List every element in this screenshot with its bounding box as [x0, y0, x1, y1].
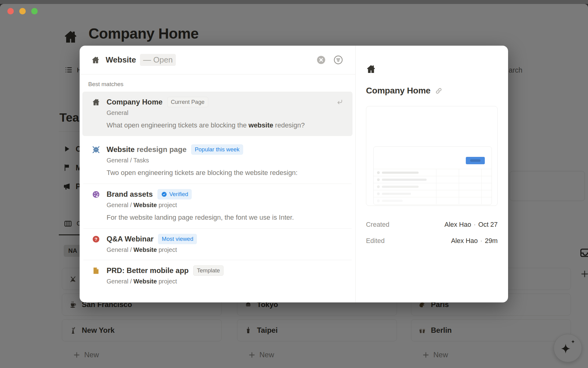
result-badge-most-viewed: Most viewed	[158, 234, 197, 244]
search-result-website-redesign-page[interactable]: Website redesign pagePopular this weekGe…	[82, 139, 352, 184]
result-path: General / Website project	[107, 277, 343, 286]
page-thumbnail	[373, 146, 492, 205]
traffic-lights	[7, 8, 38, 14]
question-icon: ?	[92, 235, 100, 243]
result-badge-popular-this-week: Popular this week	[191, 144, 243, 155]
search-result-brand-assets[interactable]: Brand assetsVerifiedGeneral / Website pr…	[82, 184, 352, 228]
search-input[interactable]: Website	[106, 55, 136, 65]
thumbnail-table-row	[374, 176, 492, 183]
link-icon[interactable]	[435, 87, 442, 94]
palette-icon	[92, 190, 100, 199]
verified-icon	[161, 191, 167, 197]
search-result-company-home[interactable]: Company HomeCurrent PageGeneralWhat open…	[82, 92, 352, 136]
thumbnail-table-row	[374, 197, 492, 204]
svg-text:?: ?	[95, 236, 97, 241]
search-bar: Website — Open	[80, 46, 355, 74]
search-result-prd-better-mobile-app[interactable]: PRD: Better mobile appTemplateGeneral / …	[82, 260, 352, 291]
results-list: Best matches Company HomeCurrent PageGen…	[80, 74, 355, 302]
filter-button[interactable]	[334, 55, 343, 65]
search-result-q-a-webinar[interactable]: ?Q&A WebinarMost viewedGeneral / Website…	[82, 229, 352, 260]
thumbnail-blue-button	[466, 157, 485, 164]
result-title: Website redesign page	[107, 145, 187, 154]
page-meta: Created Alex Hao·Oct 27 Edited Alex Hao·…	[366, 221, 498, 245]
edited-row: Edited Alex Hao·29m	[366, 237, 498, 245]
result-title: Brand assets	[107, 190, 153, 199]
result-snippet: Two open engineering tickets are blockin…	[107, 168, 343, 178]
home-icon	[366, 64, 376, 74]
edited-label: Edited	[366, 237, 385, 245]
result-path: General	[107, 109, 343, 117]
preview-page-title: Company Home	[366, 86, 431, 96]
thumbnail-table-row	[374, 190, 492, 197]
compress-icon	[92, 146, 100, 154]
result-badge-current-page: Current Page	[167, 97, 208, 107]
result-title: Q&A Webinar	[107, 235, 153, 243]
result-path: General / Tasks	[107, 156, 343, 165]
search-results-pane: Website — Open Best matches Company Home…	[80, 46, 355, 302]
result-path: General / Website project	[107, 201, 343, 209]
home-icon	[92, 98, 100, 106]
thumbnail-table-row	[374, 169, 492, 176]
result-snippet: What open engineering tickets are blocki…	[107, 120, 306, 130]
result-badge-verified: Verified	[157, 189, 192, 199]
clear-search-button[interactable]	[317, 55, 326, 64]
edited-value: Alex Hao·29m	[451, 237, 498, 245]
created-value: Alex Hao·Oct 27	[444, 221, 498, 229]
result-title: Company Home	[107, 98, 163, 106]
created-label: Created	[366, 221, 390, 229]
home-icon	[91, 56, 100, 64]
created-row: Created Alex Hao·Oct 27	[366, 221, 498, 229]
zoom-window-button[interactable]	[31, 8, 38, 14]
return-icon	[336, 98, 343, 106]
results-section-label: Best matches	[82, 74, 352, 92]
search-suggestion: — Open	[140, 54, 176, 66]
minimize-window-button[interactable]	[19, 8, 26, 14]
close-window-button[interactable]	[7, 8, 14, 14]
result-badge-template: Template	[193, 265, 224, 276]
search-modal: Website — Open Best matches Company Home…	[80, 46, 508, 302]
page-preview-card[interactable]	[366, 106, 498, 206]
page-preview-pane: Company Home Created Alex Hao·Oct 27 Edi…	[355, 46, 508, 302]
result-title: PRD: Better mobile app	[107, 266, 189, 275]
result-snippet: For the website landing page redesign, t…	[107, 212, 343, 222]
result-path: General / Website project	[107, 246, 343, 254]
thumbnail-table-row	[374, 183, 492, 190]
document-icon	[92, 267, 100, 275]
